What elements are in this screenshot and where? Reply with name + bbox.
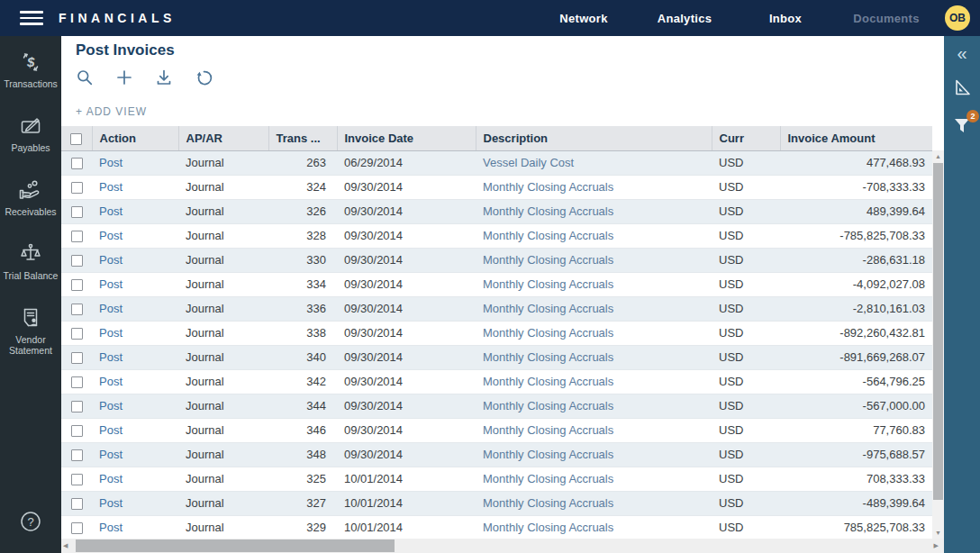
description-link[interactable]: Monthly Closing Accruals <box>476 175 712 199</box>
nav-item-inbox[interactable]: Inbox <box>735 12 836 25</box>
row-select-cell <box>61 418 92 442</box>
row-checkbox[interactable] <box>71 328 83 340</box>
table-row: Post Journal 328 09/30/2014 Monthly Clos… <box>61 223 932 248</box>
row-checkbox[interactable] <box>71 206 83 218</box>
header-description[interactable]: Description <box>476 126 712 150</box>
help-button[interactable]: ? <box>19 510 42 537</box>
sidebar-item-receivables[interactable]: Receivables <box>0 178 61 217</box>
description-link[interactable]: Monthly Closing Accruals <box>476 467 712 491</box>
description-link[interactable]: Monthly Closing Accruals <box>476 491 712 515</box>
nav-item-network[interactable]: Network <box>533 12 634 25</box>
horizontal-scroll-thumb[interactable] <box>76 539 395 552</box>
sidebar-item-trial-balance[interactable]: Trial Balance <box>0 242 61 281</box>
description-link[interactable]: Vessel Daily Cost <box>476 150 712 175</box>
trans-number-cell: 346 <box>268 418 337 442</box>
header-invoice-date[interactable]: Invoice Date <box>337 126 476 150</box>
post-link[interactable]: Post <box>92 515 178 539</box>
horizontal-scrollbar[interactable]: ◀ ▶ <box>61 539 944 553</box>
scroll-left-arrow-icon[interactable]: ◀ <box>63 542 68 549</box>
select-all-checkbox[interactable] <box>70 133 82 145</box>
sidebar-item-vendor-statement[interactable]: Vendor Statement <box>0 306 61 356</box>
row-select-cell <box>61 369 92 394</box>
description-link[interactable]: Monthly Closing Accruals <box>476 442 712 467</box>
row-checkbox[interactable] <box>71 279 83 291</box>
description-link[interactable]: Monthly Closing Accruals <box>476 418 712 442</box>
row-select-cell <box>61 491 92 515</box>
sidebar-item-payables[interactable]: Payables <box>0 114 61 153</box>
search-icon[interactable] <box>76 68 94 86</box>
add-view-button[interactable]: + ADD VIEW <box>76 105 147 118</box>
invoice-date-cell: 09/30/2014 <box>337 175 476 199</box>
row-checkbox[interactable] <box>71 158 83 169</box>
row-checkbox[interactable] <box>71 376 83 388</box>
description-link[interactable]: Monthly Closing Accruals <box>476 199 712 223</box>
post-link[interactable]: Post <box>92 491 178 515</box>
description-link[interactable]: Monthly Closing Accruals <box>476 248 712 272</box>
description-link[interactable]: Monthly Closing Accruals <box>476 296 712 321</box>
row-select-cell <box>61 467 92 491</box>
description-link[interactable]: Monthly Closing Accruals <box>476 515 712 539</box>
post-link[interactable]: Post <box>92 442 178 467</box>
sidebar-item-label: Transactions <box>3 78 59 89</box>
right-panel: « 2 <box>944 36 980 553</box>
header-invoice-amount[interactable]: Invoice Amount <box>780 126 932 150</box>
post-link[interactable]: Post <box>92 175 178 199</box>
post-link[interactable]: Post <box>92 369 178 394</box>
add-icon[interactable] <box>115 68 133 86</box>
row-checkbox[interactable] <box>71 182 83 194</box>
post-link[interactable]: Post <box>92 345 178 369</box>
row-checkbox[interactable] <box>71 498 83 510</box>
row-select-cell <box>61 515 92 539</box>
set-square-icon[interactable] <box>952 77 972 101</box>
post-link[interactable]: Post <box>92 321 178 345</box>
collapse-panel-icon[interactable]: « <box>957 43 966 63</box>
row-checkbox[interactable] <box>71 304 83 315</box>
table-row: Post Journal 346 09/30/2014 Monthly Clos… <box>61 418 932 442</box>
row-checkbox[interactable] <box>71 401 83 412</box>
row-checkbox[interactable] <box>71 352 83 364</box>
description-link[interactable]: Monthly Closing Accruals <box>476 223 712 248</box>
post-link[interactable]: Post <box>92 150 178 175</box>
post-link[interactable]: Post <box>92 418 178 442</box>
apar-cell: Journal <box>178 199 268 223</box>
nav-item-analytics[interactable]: Analytics <box>634 12 735 25</box>
nav-item-documents[interactable]: Documents <box>836 12 937 25</box>
row-checkbox[interactable] <box>71 522 83 534</box>
currency-cell: USD <box>712 418 780 442</box>
row-checkbox[interactable] <box>71 425 83 437</box>
post-link[interactable]: Post <box>92 272 178 296</box>
row-checkbox[interactable] <box>71 449 83 461</box>
post-link[interactable]: Post <box>92 467 178 491</box>
filter-icon[interactable]: 2 <box>952 115 972 139</box>
description-link[interactable]: Monthly Closing Accruals <box>476 369 712 394</box>
header-curr[interactable]: Curr <box>712 126 780 150</box>
post-link[interactable]: Post <box>92 223 178 248</box>
description-link[interactable]: Monthly Closing Accruals <box>476 394 712 418</box>
post-link[interactable]: Post <box>92 199 178 223</box>
scroll-down-arrow-icon[interactable]: ▼ <box>932 530 944 536</box>
trans-number-cell: 326 <box>268 199 337 223</box>
row-checkbox[interactable] <box>71 255 83 267</box>
row-checkbox[interactable] <box>71 231 83 242</box>
header-action[interactable]: Action <box>92 126 178 150</box>
user-avatar[interactable]: OB <box>945 5 970 31</box>
header-apar[interactable]: AP/AR <box>178 126 268 150</box>
post-link[interactable]: Post <box>92 296 178 321</box>
hamburger-menu-icon[interactable] <box>20 11 43 25</box>
header-trans[interactable]: Trans ... <box>268 126 337 150</box>
sidebar-item-transactions[interactable]: $ Transactions <box>0 50 61 89</box>
trans-number-cell: 263 <box>268 150 337 175</box>
trans-number-cell: 344 <box>268 394 337 418</box>
vertical-scrollbar[interactable]: ▲ ▼ <box>932 150 944 539</box>
download-icon[interactable] <box>155 68 173 86</box>
row-checkbox[interactable] <box>71 474 83 485</box>
vertical-scroll-thumb[interactable] <box>933 163 943 500</box>
undo-icon[interactable] <box>195 68 213 86</box>
scroll-up-arrow-icon[interactable]: ▲ <box>932 153 944 159</box>
post-link[interactable]: Post <box>92 248 178 272</box>
description-link[interactable]: Monthly Closing Accruals <box>476 345 712 369</box>
description-link[interactable]: Monthly Closing Accruals <box>476 272 712 296</box>
scroll-right-arrow-icon[interactable]: ▶ <box>934 542 939 549</box>
post-link[interactable]: Post <box>92 394 178 418</box>
description-link[interactable]: Monthly Closing Accruals <box>476 321 712 345</box>
